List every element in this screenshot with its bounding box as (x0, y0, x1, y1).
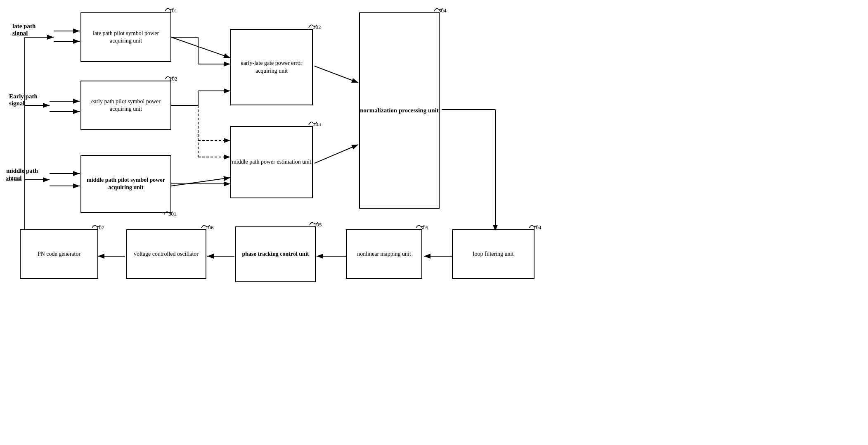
phase-tracking-label: phase tracking control unit (242, 250, 309, 258)
svg-line-20 (315, 66, 358, 83)
voltage-controlled-box: voltage controlled oscillator (126, 229, 206, 279)
ref-305-line (414, 222, 426, 230)
middle-path-unit-label: middle path pilot symbol power acquiring… (81, 176, 170, 191)
voltage-controlled-label: voltage controlled oscillator (134, 250, 199, 258)
loop-filtering-box: loop filtering unit (452, 229, 535, 279)
middle-path-signal-label: middle pathsignal (6, 167, 38, 181)
diagram: late pathsignal Early pathsignal middle … (0, 0, 578, 297)
late-path-unit-box: late path pilot symbol power acquiring u… (80, 12, 171, 62)
svg-line-18 (171, 178, 230, 186)
early-path-signal-label: Early pathsignal (9, 93, 38, 107)
phase-tracking-box: phase tracking control unit (235, 226, 316, 282)
ref-102-line (163, 73, 175, 81)
early-path-unit-box: early path pilot symbol power acquiring … (80, 81, 171, 130)
svg-line-21 (315, 145, 358, 163)
early-path-unit-label: early path pilot symbol power acquiring … (81, 98, 170, 113)
ref-301-line (162, 208, 175, 217)
normalization-box: normalization processing unit (359, 12, 440, 209)
ref-106-line (199, 222, 212, 230)
nonlinear-mapping-box: nonlinear mapping unit (346, 229, 422, 279)
nonlinear-mapping-label: nonlinear mapping unit (357, 250, 411, 258)
ref-104-line (527, 222, 539, 230)
normalization-label: normalization processing unit (360, 107, 439, 115)
ref-303-line (307, 119, 319, 127)
middle-path-power-box: middle path power estimation unit (230, 126, 313, 198)
middle-path-unit-box: middle path pilot symbol power acquiring… (80, 155, 171, 213)
late-path-signal-label: late pathsignal (12, 23, 35, 37)
early-late-gate-box: early-late gate power error acquiring un… (230, 29, 313, 105)
middle-path-power-label: middle path power estimation unit (232, 158, 311, 166)
ref-107-line (90, 222, 102, 230)
ref-302-line (307, 21, 319, 30)
ref-304-line (432, 5, 445, 13)
pn-code-label: PN code generator (38, 250, 80, 258)
pn-code-box: PN code generator (20, 229, 98, 279)
early-late-gate-label: early-late gate power error acquiring un… (231, 59, 312, 74)
late-path-unit-label: late path pilot symbol power acquiring u… (81, 30, 170, 45)
ref-105-line (307, 219, 320, 227)
ref-101-line (163, 5, 175, 13)
loop-filtering-label: loop filtering unit (473, 250, 514, 258)
svg-line-8 (171, 37, 230, 58)
